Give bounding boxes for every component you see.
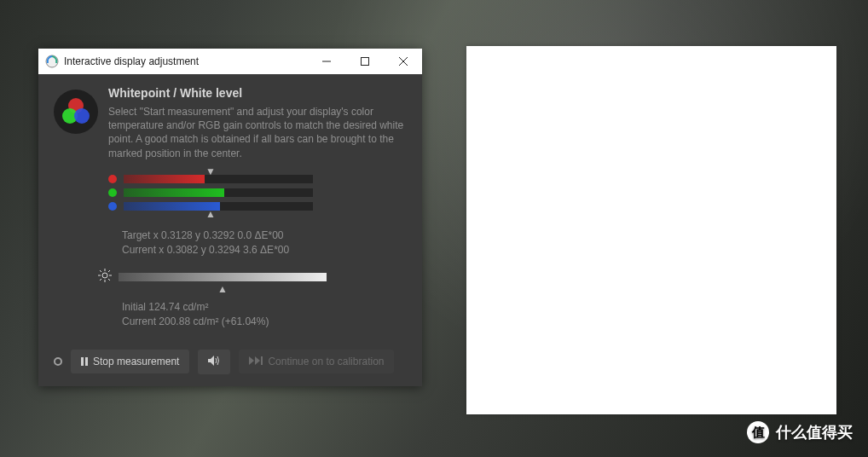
svg-line-15 — [108, 270, 110, 272]
target-marker-bottom-icon: ▲ — [205, 208, 216, 220]
svg-marker-19 — [255, 356, 260, 365]
svg-line-14 — [108, 279, 110, 281]
green-bar-row — [108, 188, 313, 198]
svg-line-13 — [100, 270, 101, 272]
brightness-readout: Initial 124.74 cd/m² Current 200.88 cd/m… — [122, 300, 407, 329]
record-indicator-icon — [54, 357, 62, 366]
rgb-circles-icon — [54, 90, 98, 134]
watermark-badge: 值 — [747, 421, 769, 443]
app-icon — [45, 55, 59, 68]
watermark-text: 什么值得买 — [776, 422, 853, 443]
current-readout: Current x 0.3082 y 0.3294 3.6 ΔE*00 — [122, 243, 407, 257]
desktop-background: Interactive display adjustment — [0, 0, 868, 457]
forward-icon — [249, 356, 263, 367]
color-readout: Target x 0.3128 y 0.3292 0.0 ΔE*00 Curre… — [122, 228, 407, 257]
close-button[interactable] — [384, 49, 422, 74]
measurement-patch-window — [466, 46, 836, 414]
panel-description: Select "Start measurement" and adjust yo… — [108, 105, 407, 160]
brightness-track: ▲ — [119, 273, 327, 281]
continue-label: Continue on to calibration — [268, 356, 384, 367]
svg-rect-20 — [261, 356, 263, 365]
stop-measurement-label: Stop measurement — [93, 356, 179, 367]
red-dot-icon — [108, 175, 117, 183]
sound-button[interactable] — [198, 350, 230, 374]
stop-measurement-button[interactable]: Stop measurement — [71, 350, 189, 373]
green-dot-icon — [108, 188, 117, 197]
svg-point-7 — [74, 108, 90, 124]
brightness-initial: Initial 124.74 cd/m² — [122, 300, 407, 315]
rgb-bars: ▼ ▲ — [108, 174, 313, 211]
dialog-body: Whitepoint / White level Select "Start m… — [38, 74, 422, 386]
panel-heading: Whitepoint / White level — [108, 86, 407, 100]
svg-marker-17 — [208, 356, 214, 366]
blue-dot-icon — [108, 202, 117, 211]
brightness-current: Current 200.88 cd/m² (+61.04%) — [122, 315, 407, 329]
brightness-icon — [98, 269, 112, 285]
svg-line-16 — [100, 279, 101, 281]
minimize-button[interactable] — [307, 49, 345, 74]
continue-button[interactable]: Continue on to calibration — [239, 350, 394, 373]
svg-rect-2 — [361, 58, 368, 66]
watermark: 值 什么值得买 — [747, 421, 853, 443]
app-window: Interactive display adjustment — [38, 49, 422, 386]
maximize-button[interactable] — [345, 49, 384, 74]
svg-point-8 — [102, 273, 107, 278]
svg-marker-18 — [249, 356, 254, 365]
red-bar-row — [108, 174, 313, 184]
window-title: Interactive display adjustment — [64, 55, 307, 67]
target-readout: Target x 0.3128 y 0.3292 0.0 ΔE*00 — [122, 228, 407, 243]
titlebar[interactable]: Interactive display adjustment — [38, 49, 422, 74]
speaker-icon — [208, 356, 220, 368]
pause-icon — [81, 357, 88, 366]
brightness-target-marker-icon: ▲ — [217, 283, 228, 295]
brightness-row: ▲ — [98, 269, 327, 285]
